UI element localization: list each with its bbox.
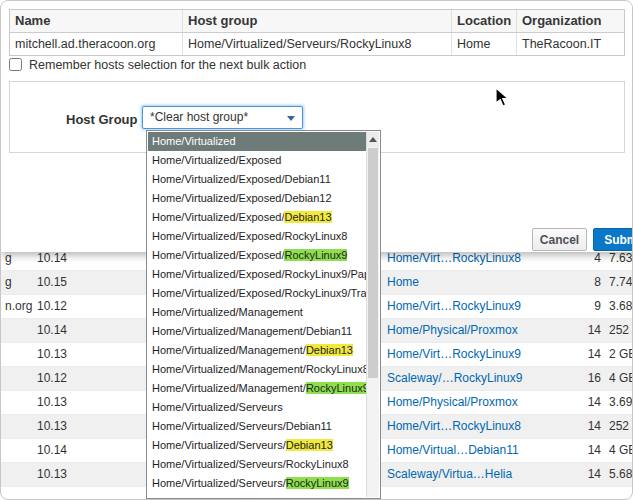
host-group-link[interactable]: Home/Virt…RockyLinux9 (387, 295, 521, 319)
host-group-label: Host Group (66, 112, 138, 127)
host-group-option[interactable]: Home/Virtualized/Serveurs/RockyLinux9 (148, 474, 366, 493)
scroll-up-button[interactable] (367, 132, 379, 147)
host-group-select[interactable]: *Clear host group* (142, 106, 303, 129)
host-ip: 10.13 (37, 415, 67, 439)
memory-cell: 4 GB (609, 439, 633, 463)
host-name-cell: mitchell.ad.theracoon.org (10, 33, 183, 55)
host-group-option[interactable]: Home/Virtualized/Management (148, 303, 366, 322)
highlighted-match: Debian13 (284, 211, 331, 223)
host-group-option[interactable]: Home/Virtualized/Exposed/RockyLinux9 (148, 246, 366, 265)
count-cell: 14 (567, 343, 601, 367)
highlighted-match: RockyLinux9 (284, 249, 347, 261)
host-group-option[interactable]: Home/Virtualized/Exposed (148, 151, 366, 170)
column-header-location: Location (452, 10, 517, 32)
host-group-option[interactable]: Home/Virtualized/Exposed/Debian11 (148, 170, 366, 189)
host-group-option[interactable]: Home/Virtualized/Exposed/Debian13 (148, 208, 366, 227)
host-group-link[interactable]: Home/Virt…RockyLinux8 (387, 415, 521, 439)
count-cell: 16 (567, 367, 601, 391)
highlighted-match: RockyLinux9 (286, 477, 349, 489)
arrow-up-icon (369, 137, 377, 142)
host-group-option[interactable]: Home/Virtualized/Management/RockyLinux9 (148, 379, 366, 398)
host-group-option[interactable]: Home/Virtualized/Exposed/RockyLinux9/Pap… (148, 265, 366, 284)
host-ip: 10.14 (37, 439, 67, 463)
highlighted-match: Debian13 (306, 344, 353, 356)
count-cell: 14 (567, 439, 601, 463)
host-group-listbox: Home/VirtualizedHome/Virtualized/Exposed… (148, 132, 366, 497)
highlighted-match: Debian13 (286, 439, 333, 451)
host-group-option[interactable]: Home/Virtualized/Exposed/Debian12 (148, 189, 366, 208)
host-ip: 10.13 (37, 343, 67, 367)
host-ip: 10.12 (37, 367, 67, 391)
host-group-option[interactable]: Home/Virtualized/Serveurs/Debian11 (148, 417, 366, 436)
count-cell: 9 (567, 295, 601, 319)
host-group-select-value: *Clear host group* (150, 110, 248, 124)
screenshot-frame: g10.14Home/Virt…RockyLinux847.63 GBg10.1… (0, 0, 633, 500)
location-cell: Home (452, 33, 517, 55)
memory-cell: 252 MB (609, 415, 633, 439)
option-text: Home/Virtualized/Serveurs/ (152, 477, 286, 489)
host-group-option[interactable]: Home/Virtualized/Serveurs/RockyLinux8 (148, 455, 366, 474)
host-ip: 10.12 (37, 295, 67, 319)
memory-cell: 7.74 GB (609, 271, 633, 295)
selected-hosts-table: Name Host group Location Organization mi… (9, 9, 625, 56)
host-group-dropdown: Home/VirtualizedHome/Virtualized/Exposed… (146, 130, 381, 499)
memory-cell: 3.69 GB (609, 391, 633, 415)
cancel-button[interactable]: Cancel (532, 228, 587, 251)
memory-cell: 5.68 GB (609, 463, 633, 487)
host-group-option[interactable]: Home/Virtualized/Exposed/RockyLinux8 (148, 227, 366, 246)
host-group-link[interactable]: Home/Virtual…Debian11 (387, 439, 519, 463)
option-text: Home/Virtualized/Exposed/ (152, 249, 284, 261)
host-ip: 10.14 (37, 319, 67, 343)
memory-cell: 3.68 GB (609, 295, 633, 319)
host-group-link[interactable]: Home/Virt…RockyLinux9 (387, 343, 521, 367)
memory-cell: 4 GB (609, 367, 633, 391)
host-group-option[interactable]: Home/Virtualized/Management/Debian13 (148, 341, 366, 360)
count-cell: 14 (567, 319, 601, 343)
organization-cell: TheRacoon.IT (517, 33, 624, 55)
chevron-down-icon (287, 116, 295, 121)
count-cell: 14 (567, 415, 601, 439)
host-group-option[interactable]: Home/Virtualized/Serveurs/Debian13 (148, 436, 366, 455)
option-text: Home/Virtualized/Exposed/ (152, 211, 284, 223)
memory-cell: 2 GB (609, 343, 633, 367)
submit-button[interactable]: Submit (593, 228, 633, 251)
option-text: Home/Virtualized/Serveurs/ (152, 439, 286, 451)
table-row: mitchell.ad.theracoon.org Home/Virtualiz… (10, 33, 624, 55)
host-name-fragment: g (5, 271, 12, 295)
option-text: Home/Virtualized/Management/ (152, 382, 306, 394)
host-group-link[interactable]: Home (387, 271, 419, 295)
column-header-organization: Organization (517, 10, 624, 32)
remember-selection-label: Remember hosts selection for the next bu… (29, 58, 306, 72)
scrollbar-thumb[interactable] (368, 148, 378, 378)
host-ip: 10.13 (37, 463, 67, 487)
table-header-row: Name Host group Location Organization (10, 10, 624, 33)
dropdown-scrollbar[interactable] (366, 132, 379, 497)
highlighted-match: RockyLinux9 (306, 382, 366, 394)
column-header-host-group: Host group (183, 10, 452, 32)
host-group-option[interactable]: Home/Virtualized/Management/Debian11 (148, 322, 366, 341)
host-group-link[interactable]: Home/Physical/Proxmox (387, 319, 518, 343)
option-text: Home/Virtualized/Management/ (152, 344, 306, 356)
host-group-link[interactable]: Scaleway/…RockyLinux9 (387, 367, 522, 391)
count-cell: 14 (567, 463, 601, 487)
host-group-link[interactable]: Scaleway/Virtua…Helia (387, 463, 512, 487)
memory-cell: 252 MB (609, 319, 633, 343)
host-group-option[interactable]: Home/Virtualized (148, 132, 366, 151)
count-cell: 14 (567, 391, 601, 415)
host-group-cell: Home/Virtualized/Serveurs/RockyLinux8 (183, 33, 452, 55)
column-header-name: Name (10, 10, 183, 32)
host-group-option[interactable]: Home/Virtualized/Management/RockyLinux8 (148, 360, 366, 379)
host-ip: 10.15 (37, 271, 67, 295)
host-group-option[interactable]: Home/Virtualized/Exposed/RockyLinux9/Tra… (148, 284, 366, 303)
host-name-fragment: n.org (5, 295, 32, 319)
host-group-option[interactable]: Home/Virtualized/Serveurs (148, 398, 366, 417)
remember-selection-checkbox[interactable] (9, 58, 22, 71)
host-group-link[interactable]: Home/Physical/Proxmox (387, 391, 518, 415)
count-cell: 8 (567, 271, 601, 295)
host-ip: 10.13 (37, 391, 67, 415)
